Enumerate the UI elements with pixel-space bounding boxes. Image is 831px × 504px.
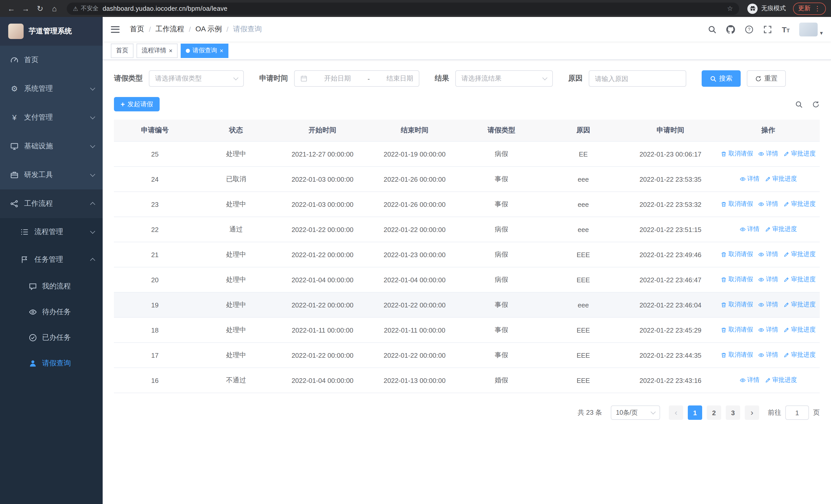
tab-leave-query[interactable]: 请假查询 ×	[181, 43, 228, 58]
sidebar-item-my-processes[interactable]: 我的流程	[0, 273, 103, 299]
delete-icon	[721, 201, 727, 207]
approval-progress-link[interactable]: 审批进度	[783, 351, 815, 359]
reset-button[interactable]: 重置	[747, 70, 786, 87]
cell-start-time: 2022-01-22 00:00:00	[276, 343, 369, 368]
detail-link[interactable]: 详情	[758, 326, 778, 334]
breadcrumb-home[interactable]: 首页	[130, 25, 144, 34]
reload-icon[interactable]: ↻	[34, 4, 46, 13]
user-menu[interactable]: ▾	[799, 22, 823, 36]
sidebar-item-todo-tasks[interactable]: 待办任务	[0, 299, 103, 325]
search-button[interactable]: 搜索	[701, 70, 741, 87]
browser-menu-icon[interactable]: ⋮	[814, 5, 821, 12]
sidebar-item-system-mgmt[interactable]: ⚙ 系统管理	[0, 75, 103, 103]
cell-leave-type: 事假	[460, 292, 542, 318]
search-icon[interactable]	[708, 25, 717, 34]
detail-link[interactable]: 详情	[739, 175, 760, 183]
detail-link[interactable]: 详情	[739, 225, 760, 234]
page-button-2[interactable]: 2	[707, 406, 721, 420]
close-icon[interactable]: ×	[169, 48, 172, 54]
detail-link[interactable]: 详情	[758, 150, 778, 158]
eye-icon	[29, 308, 37, 316]
cell-apply-time: 2022-01-22 23:51:15	[624, 217, 717, 242]
close-icon[interactable]: ×	[220, 48, 223, 54]
approval-progress-link[interactable]: 审批进度	[783, 275, 815, 284]
address-bar[interactable]: ⚠ 不安全 dashboard.yudao.iocoder.cn/bpm/oa/…	[67, 2, 739, 14]
cell-actions: 取消请假详情审批进度	[717, 343, 820, 368]
leave-type-select[interactable]: 请选择请假类型	[149, 70, 244, 87]
detail-link[interactable]: 详情	[758, 300, 778, 309]
sidebar-item-dev-tools[interactable]: 研发工具	[0, 161, 103, 189]
toggle-search-icon[interactable]	[795, 100, 803, 108]
cancel-leave-link[interactable]: 取消请假	[721, 326, 753, 334]
breadcrumb-workflow[interactable]: 工作流程	[155, 25, 184, 34]
github-icon[interactable]	[726, 25, 735, 34]
approval-progress-link[interactable]: 审批进度	[765, 225, 797, 234]
cell-apply-time: 2022-01-22 23:49:46	[624, 242, 717, 267]
tab-process-detail[interactable]: 流程详情 ×	[137, 43, 178, 58]
cancel-leave-link[interactable]: 取消请假	[721, 351, 753, 359]
detail-link[interactable]: 详情	[758, 275, 778, 284]
breadcrumb-oa-example[interactable]: OA 示例	[196, 25, 222, 34]
sidebar-item-workflow[interactable]: 工作流程	[0, 189, 103, 218]
cancel-leave-link[interactable]: 取消请假	[721, 200, 753, 209]
sidebar-item-process-mgmt[interactable]: 流程管理	[0, 218, 103, 246]
back-icon[interactable]: ←	[5, 4, 18, 13]
logo-image	[8, 24, 24, 39]
view-icon	[758, 201, 764, 207]
top-navbar: 首页 / 工作流程 / OA 示例 / 请假查询 ?	[103, 17, 831, 41]
cell-apply-no: 20	[114, 267, 196, 292]
goto-page-input[interactable]	[785, 406, 809, 420]
apply-time-label: 申请时间	[259, 74, 288, 83]
detail-link[interactable]: 详情	[758, 200, 778, 209]
create-leave-button[interactable]: + 发起请假	[114, 97, 160, 111]
collapse-sidebar-icon[interactable]	[111, 24, 120, 34]
approval-progress-link[interactable]: 审批进度	[783, 326, 815, 334]
user-avatar[interactable]	[799, 22, 818, 36]
home-icon[interactable]: ⌂	[48, 4, 61, 13]
browser-update-button[interactable]: 更新 ⋮	[793, 2, 826, 14]
sidebar-item-leave-query[interactable]: 请假查询	[0, 351, 103, 376]
sidebar-item-task-mgmt[interactable]: 任务管理	[0, 246, 103, 273]
approval-progress-link[interactable]: 审批进度	[765, 376, 797, 385]
cancel-leave-link[interactable]: 取消请假	[721, 150, 753, 158]
approval-progress-link[interactable]: 审批进度	[783, 200, 815, 209]
approval-progress-link[interactable]: 审批进度	[783, 300, 815, 309]
sidebar-item-done-tasks[interactable]: 已办任务	[0, 325, 103, 351]
approval-progress-link[interactable]: 审批进度	[783, 250, 815, 259]
forward-icon[interactable]: →	[20, 4, 32, 13]
cancel-leave-link[interactable]: 取消请假	[721, 300, 753, 309]
next-page-button[interactable]: ›	[745, 406, 759, 420]
result-select[interactable]: 请选择流结果	[455, 70, 553, 87]
cell-end-time: 2022-01-22 00:00:00	[369, 343, 461, 368]
sidebar-item-payment-mgmt[interactable]: ¥ 支付管理	[0, 103, 103, 132]
reason-input[interactable]	[589, 70, 686, 87]
page-button-1[interactable]: 1	[688, 406, 702, 420]
sidebar-item-home[interactable]: 首页	[0, 46, 103, 75]
delete-icon	[721, 327, 727, 333]
cell-start-time: 2022-01-04 00:00:00	[276, 267, 369, 292]
approval-progress-link[interactable]: 审批进度	[783, 150, 815, 158]
apply-time-range-picker[interactable]: 开始日期 - 结束日期	[294, 70, 419, 87]
detail-link[interactable]: 详情	[758, 250, 778, 259]
delete-icon	[721, 352, 727, 358]
page-size-select[interactable]: 10条/页	[611, 406, 660, 420]
approval-progress-link[interactable]: 审批进度	[765, 175, 797, 183]
detail-link[interactable]: 详情	[739, 376, 760, 385]
detail-link[interactable]: 详情	[758, 351, 778, 359]
incognito-icon	[747, 3, 757, 13]
font-size-icon[interactable]: TT	[782, 25, 790, 34]
cancel-leave-link[interactable]: 取消请假	[721, 250, 753, 259]
bookmark-star-icon[interactable]: ☆	[727, 5, 733, 12]
sidebar-item-infrastructure[interactable]: 基础设施	[0, 132, 103, 161]
tab-home[interactable]: 首页	[111, 43, 134, 58]
filter-form: 请假类型 请选择请假类型 申请时间 开始日期 - 结束日期	[114, 70, 820, 87]
cell-reason: EE	[542, 141, 624, 167]
fullscreen-icon[interactable]	[763, 25, 772, 34]
help-icon[interactable]: ?	[745, 25, 753, 34]
page-button-3[interactable]: 3	[726, 406, 740, 420]
edit-icon	[765, 176, 771, 182]
prev-page-button[interactable]: ‹	[669, 406, 683, 420]
refresh-table-icon[interactable]	[812, 100, 820, 108]
security-warning[interactable]: ⚠ 不安全	[73, 5, 98, 12]
cancel-leave-link[interactable]: 取消请假	[721, 275, 753, 284]
